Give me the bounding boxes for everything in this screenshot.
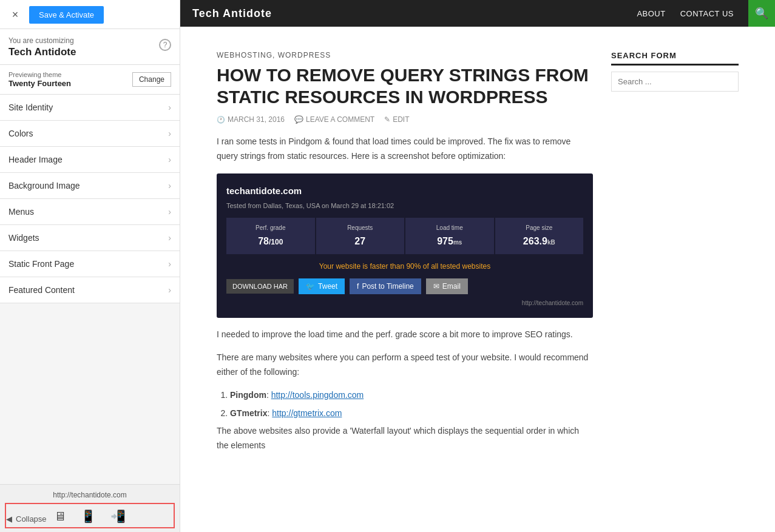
post-paragraph-1: I ran some tests in Pindgom & found that… [217,135,593,164]
theme-info: Previewing theme Twenty Fourteen [8,71,71,88]
menu-item-label: Site Identity [8,103,53,112]
twitter-icon: 🐦 [306,282,315,291]
panel-header-left: × Save & Activate [7,6,104,24]
tablet-view-button[interactable]: 📱 [76,507,101,526]
perf-url: http://techantidote.com [226,298,583,308]
perf-faster-text: Your website is faster than 90% of all t… [226,260,583,272]
perf-load-value: 975ms [411,233,488,249]
perf-tested: Tested from Dallas, Texas, USA on March … [226,200,583,212]
search-icon: 🔍 [755,7,768,20]
post-body: I ran some tests in Pindgom & found that… [217,135,593,453]
menu-item-label: Featured Content [8,285,75,295]
search-input[interactable] [611,72,739,92]
sidebar: SEARCH FORM [593,51,739,508]
perf-metrics: Perf. grade 78/100 Requests 27 Load time… [226,218,583,254]
edit-icon: ✎ [384,115,390,124]
search-nav-button[interactable]: 🔍 [748,0,775,27]
customizing-info: You are customizing Tech Antidote [8,36,76,58]
customizing-label: You are customizing [8,36,76,45]
menu-item-label: Colors [8,129,33,138]
close-button[interactable]: × [7,7,23,23]
nav-link-contact[interactable]: CONTACT US [680,9,734,18]
post-meta: 🕐 MARCH 31, 2016 💬 LEAVE A COMMENT ✎ EDI… [217,115,593,124]
menu-item-menus[interactable]: Menus› [0,199,180,225]
theme-section: Previewing theme Twenty Fourteen Change [0,65,180,95]
comment-icon: 💬 [294,115,303,124]
desktop-view-button[interactable]: 🖥 [49,507,71,526]
timeline-button[interactable]: f Post to Timeline [350,278,421,294]
gtmetrix-link[interactable]: http://gtmetrix.com [272,408,342,418]
customizing-title: Tech Antidote [8,46,76,58]
post-date-text: MARCH 31, 2016 [228,115,285,124]
nav-link-about[interactable]: ABOUT [637,9,665,18]
chevron-right-icon: › [168,155,171,164]
collapse-chevron-icon: ◀ [6,514,12,524]
perf-page-size: Page size 263.9kB [495,218,584,254]
perf-requests: Requests 27 [316,218,405,254]
site-title: Tech Antidote [192,7,272,20]
customizing-section: You are customizing Tech Antidote ? [0,29,180,65]
menu-item-widgets[interactable]: Widgets› [0,225,180,251]
panel-header: × Save & Activate [0,0,180,29]
post-title: HOW TO REMOVE QUERY STRINGS FROM STATIC … [217,64,593,108]
chevron-right-icon: › [168,285,171,295]
post-category: WEBHOSTING, WORDPRESS [217,51,593,59]
post-date: 🕐 MARCH 31, 2016 [217,115,285,124]
menu-item-colors[interactable]: Colors› [0,121,180,147]
email-label: Email [442,282,461,291]
list-item-pingdom: Pingdom: http://tools.pingdom.com [230,388,593,403]
post-edit-text: EDIT [393,115,409,124]
menu-item-static-front-page[interactable]: Static Front Page› [0,251,180,277]
site-navigation: Tech Antidote ABOUT CONTACT US 🔍 [180,0,775,27]
timeline-label: Post to Timeline [362,282,413,291]
panel-footer: http://techantidote.com 🖥 📱 📲 ◀ Collapse [0,484,180,532]
clock-icon: 🕐 [217,116,225,124]
tweet-button[interactable]: 🐦 Tweet [299,278,345,294]
chevron-right-icon: › [168,233,171,243]
perf-grade: Perf. grade 78/100 [226,218,315,254]
email-button[interactable]: ✉ Email [426,278,468,294]
main-content: WEBHOSTING, WORDPRESS HOW TO REMOVE QUER… [217,51,593,508]
collapse-button[interactable]: ◀ Collapse [6,514,47,524]
perf-actions: DOWNLOAD HAR 🐦 Tweet f Post to Timeline … [226,278,583,294]
perf-size-label: Page size [501,223,578,233]
save-activate-button[interactable]: Save & Activate [29,6,104,24]
post-comment-text: LEAVE A COMMENT [306,115,374,124]
menu-item-label: Widgets [8,233,39,243]
perf-requests-value: 27 [322,233,399,249]
perf-requests-label: Requests [322,223,399,233]
chevron-right-icon: › [168,181,171,190]
theme-name: Twenty Fourteen [8,79,71,88]
change-theme-button[interactable]: Change [132,72,171,87]
chevron-right-icon: › [168,103,171,112]
menu-item-featured-content[interactable]: Featured Content› [0,277,180,303]
download-har-button[interactable]: DOWNLOAD HAR [226,279,294,294]
collapse-label: Collapse [16,514,47,524]
menu-item-background-image[interactable]: Background Image› [0,173,180,199]
content-area: WEBHOSTING, WORDPRESS HOW TO REMOVE QUER… [180,27,775,532]
menu-item-site-identity[interactable]: Site Identity› [0,95,180,121]
menu-item-label: Background Image [8,181,80,190]
list-item-gtmetrix: GTmetrix: http://gtmetrix.com [230,406,593,421]
theme-label: Previewing theme [8,71,71,78]
post-edit-link[interactable]: ✎ EDIT [384,115,409,124]
customizer-menu-list: Site Identity›Colors›Header Image›Backgr… [0,95,180,484]
post-paragraph-2: I needed to improve the load time and th… [217,328,593,342]
perf-size-value: 263.9kB [501,233,578,249]
help-icon[interactable]: ? [159,39,171,51]
post-paragraph-4: The above websites also provide a 'Water… [217,424,593,453]
chevron-right-icon: › [168,259,171,269]
nav-links: ABOUT CONTACT US 🔍 [637,0,763,27]
mobile-view-button[interactable]: 📲 [106,507,130,526]
menu-item-label: Header Image [8,155,63,164]
customizer-panel: × Save & Activate You are customizing Te… [0,0,180,532]
preview-url: http://techantidote.com [5,488,175,503]
post-comment-link[interactable]: 💬 LEAVE A COMMENT [294,115,374,124]
pingdom-link[interactable]: http://tools.pingdom.com [271,390,364,400]
tools-list: Pingdom: http://tools.pingdom.com GTmetr… [217,388,593,421]
perf-grade-label: Perf. grade [232,223,309,233]
chevron-right-icon: › [168,129,171,138]
perf-load-label: Load time [411,223,488,233]
tweet-label: Tweet [318,282,337,291]
menu-item-header-image[interactable]: Header Image› [0,147,180,173]
